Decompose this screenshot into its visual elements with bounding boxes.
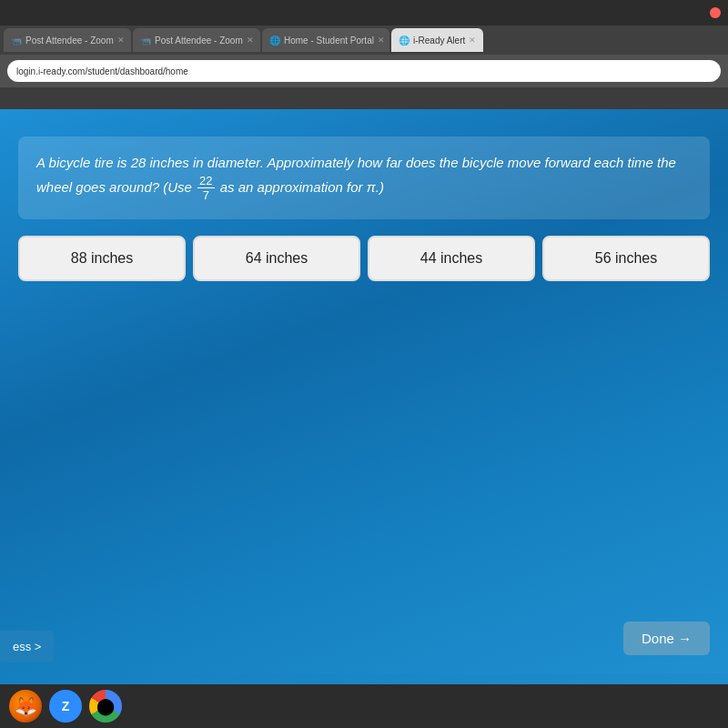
answer-88-inches[interactable]: 88 inches bbox=[18, 236, 186, 281]
question-card: A bicycle tire is 28 inches in diameter.… bbox=[18, 136, 710, 219]
tab-icon-1: 📹 bbox=[11, 35, 22, 46]
close-icon[interactable] bbox=[710, 7, 721, 18]
tab-icon-3: 🌐 bbox=[269, 35, 280, 46]
taskbar-firefox-icon[interactable]: 🦊 bbox=[9, 690, 42, 723]
url-text: login.i-ready.com/student/dashboard/home bbox=[16, 66, 188, 76]
answer-56-label: 56 inches bbox=[595, 250, 658, 266]
fraction-denominator: 7 bbox=[201, 188, 211, 203]
address-bar-row: login.i-ready.com/student/dashboard/home bbox=[0, 55, 728, 87]
tab-close-1[interactable]: ✕ bbox=[117, 35, 125, 45]
tab-close-2[interactable]: ✕ bbox=[247, 35, 254, 45]
fraction-numerator: 22 bbox=[197, 174, 214, 189]
taskbar-zoom-icon[interactable]: Z bbox=[49, 690, 82, 723]
tab-iready-alert[interactable]: 🌐 i-Ready Alert ✕ bbox=[391, 28, 483, 52]
tab-close-4[interactable]: ✕ bbox=[469, 35, 476, 45]
question-text-part2: as an approximation for π.) bbox=[220, 179, 384, 195]
done-button-label: Done → bbox=[642, 631, 692, 646]
tabs-row: 📹 Post Attendee - Zoom ✕ 📹 Post Attendee… bbox=[0, 25, 728, 55]
tab-icon-4: 🌐 bbox=[399, 35, 410, 46]
tab-post-attendee-1[interactable]: 📹 Post Attendee - Zoom ✕ bbox=[4, 28, 131, 52]
fraction: 22 7 bbox=[197, 174, 214, 203]
browser-chrome: 📹 Post Attendee - Zoom ✕ 📹 Post Attendee… bbox=[0, 0, 728, 109]
tab-post-attendee-2[interactable]: 📹 Post Attendee - Zoom ✕ bbox=[133, 28, 260, 52]
progress-button-label: ess > bbox=[13, 640, 41, 653]
progress-button[interactable]: ess > bbox=[0, 631, 54, 662]
taskbar-chrome-icon[interactable]: ⬤ bbox=[89, 690, 122, 723]
answer-64-inches[interactable]: 64 inches bbox=[193, 236, 360, 281]
answer-88-label: 88 inches bbox=[71, 250, 134, 266]
tab-student-portal[interactable]: 🌐 Home - Student Portal ✕ bbox=[262, 28, 389, 52]
content-area: A bicycle tire is 28 inches in diameter.… bbox=[0, 109, 728, 673]
answers-row: 88 inches 64 inches 44 inches 56 inches bbox=[18, 236, 710, 281]
answer-44-inches[interactable]: 44 inches bbox=[368, 236, 535, 281]
title-bar bbox=[0, 0, 728, 25]
answer-64-label: 64 inches bbox=[246, 250, 308, 266]
tab-icon-2: 📹 bbox=[140, 35, 151, 46]
answer-56-inches[interactable]: 56 inches bbox=[542, 236, 710, 281]
tab-close-3[interactable]: ✕ bbox=[378, 35, 385, 45]
done-button[interactable]: Done → bbox=[623, 622, 710, 655]
address-bar[interactable]: login.i-ready.com/student/dashboard/home bbox=[7, 60, 721, 82]
taskbar: 🦊 Z ⬤ bbox=[0, 684, 728, 728]
answer-44-label: 44 inches bbox=[420, 250, 483, 266]
